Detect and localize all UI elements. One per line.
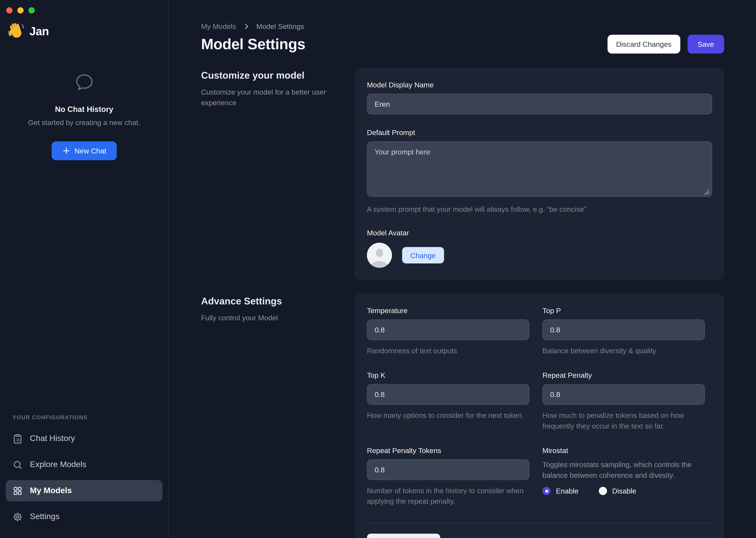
- clipboard-icon: [13, 433, 23, 444]
- repeat-penalty-input[interactable]: [542, 384, 705, 405]
- sidebar-item-label: Explore Models: [30, 460, 86, 469]
- sidebar-item-chat-history[interactable]: Chat History: [6, 428, 163, 449]
- sidebar-item-label: Settings: [30, 512, 60, 521]
- repeat-penalty-tokens-input[interactable]: [367, 459, 529, 480]
- chat-bubble-icon: [74, 72, 94, 94]
- sidebar: Jan No Chat History Get started by creat…: [0, 0, 169, 538]
- plus-icon: [62, 147, 70, 155]
- model-avatar-label: Model Avatar: [367, 229, 712, 237]
- mirostat-description: Toggles mirostats sampling, which contro…: [542, 459, 705, 481]
- zoom-window-button[interactable]: [28, 7, 35, 14]
- customize-section: Customize your model Customize your mode…: [201, 68, 724, 280]
- save-button[interactable]: Save: [687, 35, 724, 53]
- temperature-field: Temperature Randomness of text outputs: [367, 306, 529, 356]
- advance-heading: Advance Settings: [201, 294, 340, 307]
- gear-icon: [13, 512, 23, 522]
- sidebar-item-settings[interactable]: Settings: [6, 506, 163, 527]
- breadcrumb: My Models Model Settings: [201, 22, 724, 30]
- chat-history-empty-state: No Chat History Get started by creating …: [0, 72, 168, 160]
- customize-panel: Model Display Name Default Prompt A syst…: [354, 68, 724, 280]
- panel-divider: [367, 523, 712, 524]
- minimize-window-button[interactable]: [17, 7, 24, 14]
- window-controls: [0, 6, 168, 14]
- waving-hand-icon: [7, 21, 25, 41]
- mirostat-label: Mirostat: [542, 446, 705, 455]
- advance-section: Advance Settings Fully control your Mode…: [201, 294, 724, 538]
- main-content: My Models Model Settings Model Settings …: [169, 0, 756, 538]
- sidebar-item-my-models[interactable]: My Models: [6, 480, 163, 501]
- page-title: Model Settings: [201, 35, 306, 53]
- configurations-section-label: YOUR CONFIGURATIONS: [6, 414, 163, 420]
- sidebar-item-label: Chat History: [30, 434, 75, 444]
- top-p-field: Top P Balance between diversity & qualit…: [542, 306, 705, 356]
- header-actions: Discard Changes Save: [607, 35, 724, 53]
- top-p-input[interactable]: [542, 319, 705, 340]
- mirostat-field: Mirostat Toggles mirostats sampling, whi…: [542, 446, 705, 507]
- top-k-input[interactable]: [367, 384, 529, 405]
- default-prompt-label: Default Prompt: [367, 128, 712, 136]
- repeat-penalty-tokens-field: Repeat Penalty Tokens Number of tokens i…: [367, 446, 529, 507]
- empty-state-subtitle: Get started by creating a new chat.: [28, 118, 140, 127]
- app-window: Jan No Chat History Get started by creat…: [0, 0, 756, 538]
- sidebar-item-explore-models[interactable]: Explore Models: [6, 454, 163, 475]
- advance-panel: Temperature Randomness of text outputs T…: [354, 294, 724, 538]
- mirostat-disable-radio[interactable]: Disable: [599, 487, 636, 495]
- sidebar-nav: YOUR CONFIGURATIONS Chat History: [0, 414, 168, 527]
- search-icon: [13, 459, 23, 470]
- model-avatar-image: [367, 243, 392, 268]
- reset-to-default-button[interactable]: Reset to Default: [367, 534, 441, 538]
- grid-icon: [13, 486, 23, 496]
- app-name: Jan: [29, 25, 49, 38]
- chevron-right-icon: [242, 23, 250, 30]
- top-k-field: Top K How many options to consider for t…: [367, 371, 529, 431]
- breadcrumb-current: Model Settings: [256, 22, 304, 30]
- advance-description: Fully control your Model: [201, 313, 340, 323]
- discard-changes-button[interactable]: Discard Changes: [607, 35, 680, 53]
- empty-state-title: No Chat History: [55, 105, 113, 114]
- app-logo: Jan: [0, 14, 168, 41]
- default-prompt-textarea[interactable]: [367, 141, 712, 197]
- close-window-button[interactable]: [6, 7, 13, 14]
- default-prompt-helper: A system prompt that your model will alw…: [367, 204, 712, 215]
- temperature-input[interactable]: [367, 319, 529, 340]
- sidebar-item-label: My Models: [30, 486, 72, 496]
- mirostat-enable-radio[interactable]: Enable: [542, 487, 578, 495]
- radio-selected-icon: [542, 487, 550, 495]
- breadcrumb-parent[interactable]: My Models: [201, 22, 236, 30]
- customize-heading: Customize your model: [201, 68, 340, 81]
- model-display-name-input[interactable]: [367, 93, 712, 114]
- radio-unselected-icon: [599, 487, 607, 495]
- customize-description: Customize your model for a better user e…: [201, 87, 340, 108]
- change-avatar-button[interactable]: Change: [402, 247, 444, 264]
- new-chat-button[interactable]: New Chat: [51, 141, 117, 160]
- model-display-name-label: Model Display Name: [367, 81, 712, 89]
- repeat-penalty-field: Repeat Penalty How much to penalize toke…: [542, 371, 705, 431]
